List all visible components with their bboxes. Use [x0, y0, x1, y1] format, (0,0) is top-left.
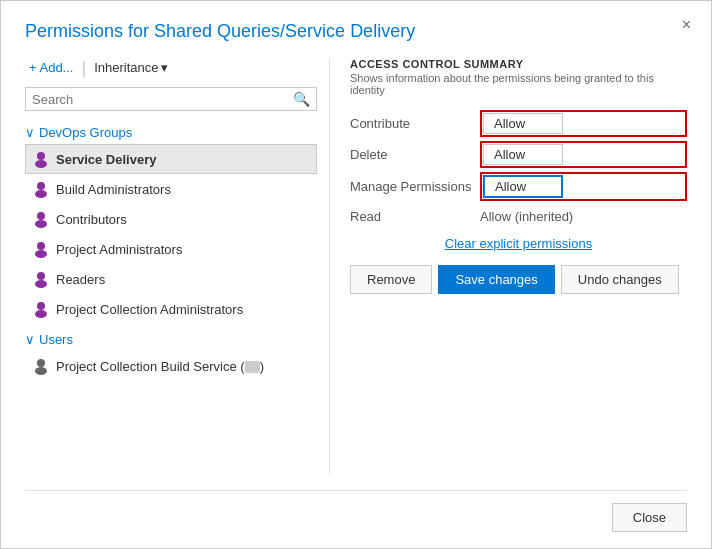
right-panel: ACCESS CONTROL SUMMARY Shows information…	[330, 58, 687, 474]
add-button[interactable]: + Add...	[25, 58, 77, 77]
avatar-icon	[32, 270, 50, 288]
svg-point-2	[37, 182, 45, 190]
group-item-service-delivery[interactable]: Service Delivery	[25, 144, 317, 174]
contribute-value-container: Allow	[480, 110, 687, 137]
group-item-label: Service Delivery	[56, 152, 156, 167]
svg-point-8	[37, 272, 45, 280]
actions-row: Remove Save changes Undo changes	[350, 265, 687, 294]
devops-chevron-icon: ∨	[25, 125, 35, 140]
undo-button[interactable]: Undo changes	[561, 265, 679, 294]
devops-groups-label: DevOps Groups	[39, 125, 132, 140]
left-panel: + Add... | Inheritance ▾ 🔍 ∨ DevOps Grou…	[25, 58, 330, 474]
group-item-readers[interactable]: Readers	[25, 264, 317, 294]
avatar-icon	[32, 240, 50, 258]
search-icon: 🔍	[293, 91, 310, 107]
svg-point-0	[37, 152, 45, 160]
users-header[interactable]: ∨ Users	[25, 328, 317, 351]
avatar-icon	[32, 300, 50, 318]
delete-value-container: Allow	[480, 141, 687, 168]
svg-point-4	[37, 212, 45, 220]
group-item-label: Contributors	[56, 212, 127, 227]
user-item-label: Project Collection Build Service (···)	[56, 359, 264, 374]
close-button[interactable]: Close	[612, 503, 687, 532]
perm-label-delete: Delete	[350, 143, 480, 166]
svg-point-1	[35, 160, 47, 168]
group-item-label: Project Administrators	[56, 242, 182, 257]
svg-point-3	[35, 190, 47, 198]
dialog-title: Permissions for Shared Queries/Service D…	[25, 21, 687, 42]
contribute-allow-box[interactable]: Allow	[483, 113, 563, 134]
svg-point-13	[35, 367, 47, 375]
avatar-icon	[32, 210, 50, 228]
toolbar: + Add... | Inheritance ▾	[25, 58, 317, 77]
users-list: Project Collection Build Service (···)	[25, 351, 317, 381]
avatar-icon	[32, 150, 50, 168]
users-chevron-icon: ∨	[25, 332, 35, 347]
remove-button[interactable]: Remove	[350, 265, 432, 294]
inheritance-label: Inheritance	[94, 60, 158, 75]
close-x-button[interactable]: ×	[678, 15, 695, 35]
group-item-project-administrators[interactable]: Project Administrators	[25, 234, 317, 264]
svg-point-5	[35, 220, 47, 228]
groups-list: Service Delivery Build Administrators Co…	[25, 144, 317, 324]
avatar-icon	[32, 180, 50, 198]
svg-point-12	[37, 359, 45, 367]
dialog-footer: Close	[25, 490, 687, 532]
search-input[interactable]	[32, 92, 293, 107]
svg-point-10	[37, 302, 45, 310]
group-item-project-collection-administrators[interactable]: Project Collection Administrators	[25, 294, 317, 324]
permissions-dialog: × Permissions for Shared Queries/Service…	[0, 0, 712, 549]
acs-title: ACCESS CONTROL SUMMARY	[350, 58, 687, 70]
search-box: 🔍	[25, 87, 317, 111]
group-item-label: Build Administrators	[56, 182, 171, 197]
group-item-label: Project Collection Administrators	[56, 302, 243, 317]
svg-point-11	[35, 310, 47, 318]
acs-subtitle: Shows information about the permissions …	[350, 72, 687, 96]
manage-allow-box[interactable]: Allow	[483, 175, 563, 198]
inheritance-chevron-icon: ▾	[161, 60, 168, 75]
perm-label-read: Read	[350, 205, 480, 228]
delete-allow-box[interactable]: Allow	[483, 144, 563, 165]
user-item[interactable]: Project Collection Build Service (···)	[25, 351, 317, 381]
devops-groups-header[interactable]: ∨ DevOps Groups	[25, 121, 317, 144]
toolbar-separator: |	[81, 59, 86, 77]
permissions-grid: Contribute Allow Delete Allow Manage Per…	[350, 110, 687, 228]
svg-point-6	[37, 242, 45, 250]
perm-label-contribute: Contribute	[350, 112, 480, 135]
manage-value-container: Allow	[480, 172, 687, 201]
group-item-contributors[interactable]: Contributors	[25, 204, 317, 234]
group-item-label: Readers	[56, 272, 105, 287]
clear-permissions-button[interactable]: Clear explicit permissions	[350, 236, 687, 251]
svg-point-9	[35, 280, 47, 288]
users-label: Users	[39, 332, 73, 347]
group-item-build-administrators[interactable]: Build Administrators	[25, 174, 317, 204]
read-inherited-value: Allow (inherited)	[480, 209, 687, 224]
inheritance-button[interactable]: Inheritance ▾	[90, 58, 172, 77]
svg-point-7	[35, 250, 47, 258]
save-button[interactable]: Save changes	[438, 265, 554, 294]
user-avatar-icon	[32, 357, 50, 375]
content-area: + Add... | Inheritance ▾ 🔍 ∨ DevOps Grou…	[25, 58, 687, 474]
perm-label-manage: Manage Permissions	[350, 175, 480, 198]
